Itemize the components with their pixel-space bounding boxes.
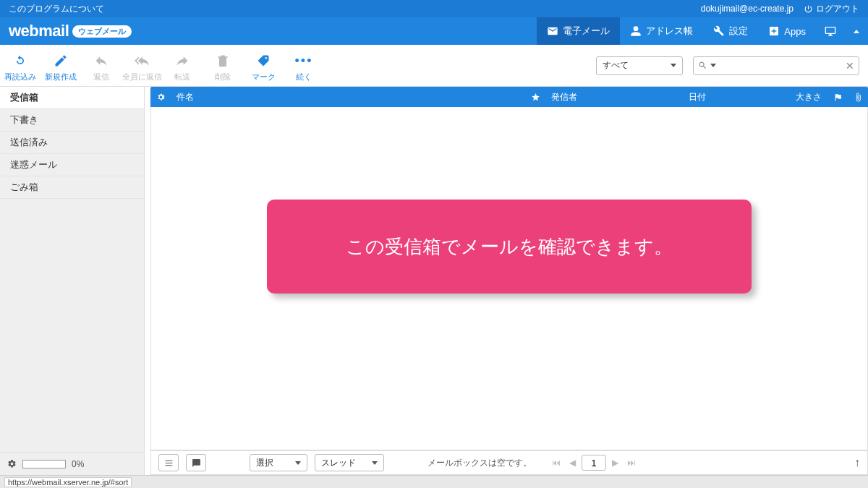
tool-reply: 返信 [81,53,122,82]
pager-prev[interactable]: ◀ [566,458,579,468]
star-icon [531,93,540,102]
nav-email[interactable]: 電子メール [537,17,620,45]
envelope-icon [547,25,558,37]
pager-page-input[interactable] [582,455,606,471]
col-from[interactable]: 発信者 [545,91,683,103]
list-mode-button[interactable] [158,454,179,471]
nav-collapse[interactable] [845,17,868,45]
list-icon [164,458,174,468]
monitor-icon [825,25,836,37]
col-size[interactable]: 大きさ [784,91,827,103]
folder-junk[interactable]: 迷惑メール [0,154,144,176]
about-link[interactable]: このプログラムについて [9,3,104,15]
column-header: 件名 発信者 日付 大きさ [150,87,868,107]
quota-percent: 0% [72,459,84,469]
tool-forward: 転送 [162,53,203,82]
thread-dropdown[interactable]: スレッド [315,454,384,471]
filter-select[interactable]: すべて [596,56,683,75]
caret-down-icon [295,461,301,465]
power-icon [804,4,813,14]
pencil-icon [54,53,68,68]
scroll-top-button[interactable]: ↑ [854,456,860,469]
flag-icon [833,93,843,102]
caret-down-icon [671,64,676,67]
user-email: dokujimail@ec-create.jp [701,4,793,14]
quota: 0% [0,452,144,475]
trash-icon [216,53,230,68]
folder-inbox[interactable]: 受信箱 [0,87,144,109]
reply-all-icon [135,53,149,68]
dots-icon: ••• [295,53,313,69]
statusbar: https://webmail.xserver.ne.jp/#sort [0,475,868,488]
paperclip-icon [854,93,863,102]
caret-down-icon [372,461,378,465]
search-input[interactable] [720,61,841,71]
folder-sent[interactable]: 送信済み [0,132,144,154]
message-list: この受信箱でメールを確認できます。 [150,107,868,450]
col-settings[interactable] [150,92,171,102]
empty-message: メールボックスは空です。 [427,457,532,469]
clear-search-icon[interactable]: ✕ [846,60,854,72]
wrench-icon [713,25,725,37]
tool-more[interactable]: ••• 続く [284,53,324,82]
nav-display[interactable] [816,17,845,45]
col-date[interactable]: 日付 [683,91,784,103]
col-attach[interactable] [848,92,868,102]
col-flag[interactable] [827,92,848,102]
main: 件名 発信者 日付 大きさ この受信箱でメールを確認できます。 [150,87,868,475]
nav-settings[interactable]: 設定 [703,17,758,45]
nav-addressbook[interactable]: アドレス帳 [620,17,703,45]
gear-icon[interactable] [7,459,17,468]
tool-delete: 削除 [203,53,243,82]
col-star[interactable] [525,92,545,102]
caret-down-icon [710,64,716,67]
toolbar: 再読込み 新規作成 返信 全員に返信 転送 削除 マーク ••• 続く [0,45,868,87]
pager: ⏮ ◀ ▶ ⏭ [549,455,639,471]
pager-first[interactable]: ⏮ [549,458,563,468]
header: webmail ウェブメール 電子メール アドレス帳 設定 Apps [0,17,868,45]
search-icon [698,61,707,70]
topbar: このプログラムについて dokujimail@ec-create.jp ログアウ… [0,0,868,17]
thread-mode-button[interactable] [186,454,206,471]
person-icon [630,25,642,37]
chat-icon [192,458,201,468]
logo-text: webmail [9,22,69,40]
logo-badge: ウェブメール [72,25,132,38]
pager-next[interactable]: ▶ [609,458,621,468]
search-box[interactable]: ✕ [693,56,859,75]
col-subject[interactable]: 件名 [171,91,525,103]
tool-replyall: 全員に返信 [122,53,162,82]
callout: この受信箱でメールを確認できます。 [267,200,752,294]
refresh-icon [13,53,27,68]
tag-icon [256,53,271,68]
nav: 電子メール アドレス帳 設定 Apps [537,17,868,45]
logo: webmail ウェブメール [0,22,132,40]
nav-apps[interactable]: Apps [758,17,816,45]
forward-icon [175,53,190,68]
reply-icon [94,53,109,68]
pager-last[interactable]: ⏭ [624,458,639,468]
caret-up-icon [854,30,859,33]
tool-mark[interactable]: マーク [243,53,284,82]
select-dropdown[interactable]: 選択 [250,454,307,471]
status-url: https://webmail.xserver.ne.jp/#sort [4,477,132,487]
folder-trash[interactable]: ごみ箱 [0,176,144,199]
tool-refresh[interactable]: 再読込み [0,53,41,82]
logout-link[interactable]: ログアウト [804,3,859,15]
folder-drafts[interactable]: 下書き [0,109,144,132]
gear-icon [156,93,166,102]
folder-list: 受信箱 下書き 送信済み 迷惑メール ごみ箱 [0,87,144,452]
plus-square-icon [768,25,780,37]
bottombar: 選択 スレッド メールボックスは空です。 ⏮ ◀ ▶ ⏭ ↑ [150,450,868,475]
tool-compose[interactable]: 新規作成 [41,53,81,82]
sidebar: 受信箱 下書き 送信済み 迷惑メール ごみ箱 0% [0,87,145,475]
quota-bar [22,460,66,468]
